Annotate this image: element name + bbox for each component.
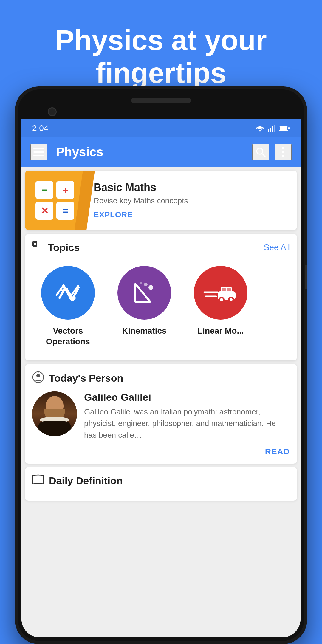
- times-symbol: ✕: [35, 202, 53, 220]
- topics-scroll: Vectors Operations: [32, 260, 290, 353]
- wifi-icon: [255, 125, 265, 132]
- minus-symbol: −: [35, 181, 53, 199]
- svg-point-23: [144, 283, 148, 286]
- linear-circle: [194, 266, 247, 320]
- kinematics-label: Kinematics: [122, 326, 166, 336]
- status-icons: [255, 125, 290, 132]
- vectors-label: Vectors Operations: [35, 326, 101, 347]
- person-name: Galileo Galilei: [84, 391, 290, 403]
- explore-button[interactable]: EXPLORE: [94, 210, 133, 219]
- daily-def-header: Daily Definition: [32, 474, 290, 487]
- featured-subtitle: Revise key Maths concepts: [94, 196, 288, 205]
- topic-item-kinematics[interactable]: Kinematics: [109, 260, 180, 353]
- person-description: Galileo Galilei was an Italian polymath:…: [84, 406, 290, 441]
- app-bar-icons: [252, 144, 292, 160]
- person-section-title: Today's Person: [49, 372, 123, 384]
- daily-def-title-group: Daily Definition: [32, 474, 123, 487]
- hero-title-line1: Physics at your: [55, 24, 267, 56]
- topics-title: Topics: [48, 242, 80, 253]
- person-section-icon: [32, 371, 44, 386]
- side-button: [305, 265, 307, 289]
- svg-point-22: [148, 285, 153, 290]
- svg-point-14: [282, 151, 284, 153]
- phone-screen: 2:04: [21, 119, 301, 637]
- kinematics-circle: [117, 266, 171, 320]
- svg-point-34: [230, 298, 233, 301]
- svg-rect-2: [270, 128, 271, 132]
- svg-rect-4: [274, 125, 275, 132]
- daily-def-title: Daily Definition: [49, 475, 123, 487]
- person-title-group: Today's Person: [32, 371, 123, 386]
- svg-point-0: [259, 130, 261, 132]
- book-icon: [32, 474, 44, 487]
- topics-icon: [32, 241, 43, 254]
- app-title: Physics: [56, 145, 252, 159]
- equals-symbol: =: [56, 202, 74, 220]
- person-row: Galileo Galilei Galileo Galilei was an I…: [32, 391, 290, 441]
- search-button[interactable]: [252, 144, 269, 160]
- topics-header: Topics See All: [32, 241, 290, 254]
- svg-rect-3: [272, 126, 273, 132]
- vectors-icon: [50, 279, 86, 306]
- svg-point-24: [140, 282, 142, 284]
- svg-rect-9: [33, 151, 44, 153]
- person-info: Galileo Galilei Galileo Galilei was an I…: [84, 391, 290, 441]
- battery-icon: [279, 125, 290, 131]
- featured-info: Basic Maths Revise key Maths concepts EX…: [85, 174, 297, 227]
- phone-frame: 2:04: [15, 86, 307, 644]
- hero-title-line2: fingertips: [96, 57, 226, 89]
- vectors-circle: [41, 266, 95, 320]
- svg-point-32: [220, 298, 223, 301]
- person-avatar: [32, 391, 77, 436]
- svg-rect-8: [33, 148, 44, 149]
- status-bar: 2:04: [21, 119, 301, 137]
- linear-label: Linear Mo...: [197, 326, 244, 336]
- plus-symbol: +: [56, 181, 74, 199]
- svg-rect-1: [268, 129, 269, 132]
- svg-point-36: [36, 374, 40, 377]
- topics-title-group: Topics: [32, 241, 80, 254]
- svg-rect-6: [280, 126, 287, 130]
- speaker: [131, 98, 191, 103]
- phone-inner: 2:04: [18, 89, 304, 641]
- app-bar: Physics: [21, 137, 301, 167]
- svg-point-13: [282, 147, 284, 149]
- menu-button[interactable]: [30, 144, 47, 160]
- topic-item-linear[interactable]: Linear Mo...: [185, 260, 256, 353]
- see-all-button[interactable]: See All: [264, 243, 290, 252]
- svg-rect-7: [288, 127, 290, 129]
- svg-rect-30: [227, 288, 231, 291]
- status-time: 2:04: [32, 123, 49, 133]
- kinematics-icon: [129, 278, 159, 308]
- svg-line-12: [262, 154, 265, 157]
- person-header: Today's Person: [32, 371, 290, 386]
- svg-rect-19: [34, 244, 36, 245]
- topic-item-vectors[interactable]: Vectors Operations: [32, 260, 104, 353]
- read-button[interactable]: READ: [32, 447, 290, 456]
- todays-person-section: Today's Person: [25, 364, 297, 464]
- svg-rect-16: [33, 242, 37, 246]
- topics-section: Topics See All: [25, 234, 297, 360]
- svg-point-15: [282, 155, 284, 157]
- featured-title: Basic Maths: [94, 181, 288, 194]
- daily-definition-section: Daily Definition: [25, 467, 297, 501]
- svg-rect-29: [222, 288, 226, 291]
- camera-dot: [48, 107, 57, 116]
- hero-title: Physics at your fingertips: [18, 24, 304, 90]
- featured-card[interactable]: − + ✕ = Basic Maths Revise key Maths con…: [25, 171, 297, 230]
- content-area: − + ✕ = Basic Maths Revise key Maths con…: [21, 167, 301, 637]
- math-grid: − + ✕ =: [30, 175, 80, 226]
- more-button[interactable]: [275, 144, 292, 160]
- featured-icon: − + ✕ =: [25, 171, 85, 230]
- svg-rect-10: [33, 155, 44, 156]
- signal-icon: [268, 125, 276, 132]
- galileo-portrait: [32, 391, 77, 436]
- svg-rect-18: [34, 243, 36, 244]
- linear-icon: [201, 275, 240, 311]
